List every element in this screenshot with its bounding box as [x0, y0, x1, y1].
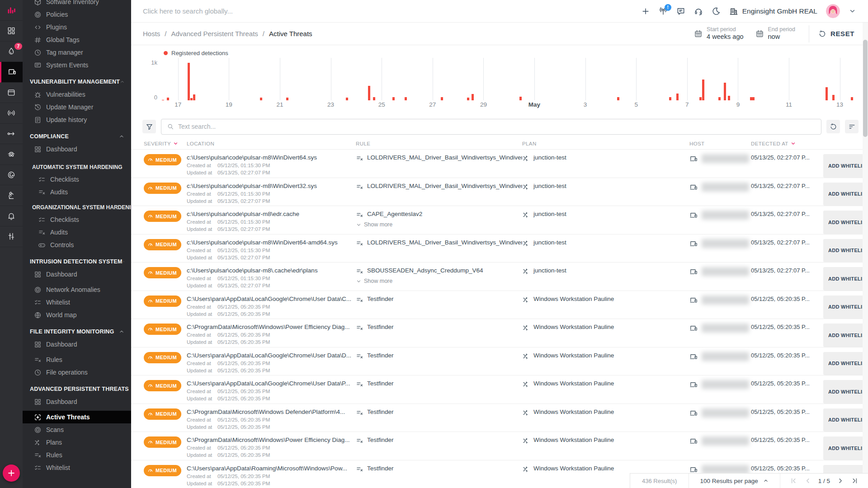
chart-bar[interactable]: [190, 98, 193, 100]
sidebar-section-intrusion-detection-system[interactable]: INTRUSION DETECTION SYSTEM: [23, 251, 131, 268]
table-row[interactable]: MEDIUMc:\Users\pulsar\code\pulsar-m8\.ca…: [131, 262, 868, 291]
chart-bar[interactable]: [752, 97, 755, 100]
pagination-prev-button[interactable]: [804, 477, 812, 485]
chart-bar[interactable]: [405, 97, 407, 100]
scrollbar-track[interactable]: [863, 23, 868, 473]
sort-button[interactable]: [845, 120, 859, 133]
sidebar-section-file-integrity-monitoring[interactable]: FILE INTEGRITY MONITORING: [23, 321, 131, 338]
scrollbar-thumb[interactable]: [863, 40, 868, 137]
sidebar-item-global-tags[interactable]: Global Tags: [23, 33, 131, 46]
chart-bar[interactable]: [373, 97, 375, 100]
chart-bar[interactable]: [724, 83, 726, 100]
chart-bar[interactable]: [167, 98, 169, 100]
chart-legend[interactable]: Registered detections: [164, 50, 228, 56]
chart-bar[interactable]: [699, 97, 702, 100]
reset-period-button[interactable]: RESET: [814, 27, 859, 41]
sidebar-item-update-history[interactable]: Update history: [23, 113, 131, 126]
sidebar-item-update-manager[interactable]: Update Manager: [23, 101, 131, 113]
live-activity-icon[interactable]: !: [659, 7, 668, 16]
add-whitelist-button[interactable]: ADD WHITELIST: [823, 296, 868, 319]
add-whitelist-button[interactable]: ADD WHITELIST: [823, 183, 868, 206]
rail-item-issues[interactable]: 7: [0, 42, 23, 62]
add-fab-button[interactable]: [3, 465, 20, 482]
chart-bar[interactable]: [162, 100, 164, 101]
sidebar-item-tag-manager[interactable]: Tag manager: [23, 46, 131, 59]
table-row[interactable]: MEDIUMC:\ProgramData\Microsoft\Windows\P…: [131, 432, 868, 460]
refresh-button[interactable]: [826, 120, 840, 133]
end-period-picker[interactable]: End periodnow: [755, 26, 795, 41]
sidebar-item-audits[interactable]: Audits: [23, 186, 131, 198]
column-header-severity[interactable]: SEVERITY: [144, 141, 187, 146]
chart-bar[interactable]: [676, 94, 679, 100]
chart-bar[interactable]: [260, 98, 262, 100]
sidebar-item-plugins[interactable]: Plugins: [23, 21, 131, 33]
table-row[interactable]: MEDIUMc:\Users\pulsar\code\pulsar-m8\Win…: [131, 178, 868, 206]
rail-item-defence[interactable]: [0, 144, 23, 165]
feedback-icon[interactable]: [676, 7, 685, 16]
table-row[interactable]: MEDIUMc:\Users\pulsar\code\pulsar-m8\Win…: [131, 149, 868, 178]
sidebar-item-dashboard[interactable]: Dashboard: [23, 143, 131, 155]
rail-item-applications[interactable]: [0, 83, 23, 103]
rail-item-logo[interactable]: [0, 0, 23, 21]
sidebar-item-system-events[interactable]: System Events: [23, 59, 131, 71]
sidebar-item-controls[interactable]: Controls: [23, 239, 131, 251]
table-row[interactable]: MEDIUMC:\ProgramData\Microsoft\Windows D…: [131, 404, 868, 432]
chart-bar[interactable]: [728, 96, 730, 100]
sidebar-item-network-anomalies[interactable]: Network Anomalies: [23, 283, 131, 296]
table-row[interactable]: MEDIUMC:\Users\para\AppData\Local\Google…: [131, 347, 868, 375]
sidebar-item-policies[interactable]: Policies: [23, 8, 131, 21]
chart-bar[interactable]: [832, 95, 835, 100]
chart-bar[interactable]: [286, 98, 288, 100]
chart-bar[interactable]: [368, 86, 370, 100]
rail-item-pentest[interactable]: [0, 124, 23, 145]
add-whitelist-button[interactable]: ADD WHITELIST: [823, 239, 868, 263]
chart-bar[interactable]: [851, 97, 853, 100]
table-row[interactable]: MEDIUMC:\ProgramData\Microsoft\Windows\P…: [131, 319, 868, 347]
sidebar-item-active-threats[interactable]: Active Threats: [23, 411, 131, 423]
chart-plot-area[interactable]: [163, 58, 863, 100]
add-whitelist-button[interactable]: ADD WHITELIST: [823, 352, 868, 375]
sidebar-item-plans[interactable]: Plans: [23, 436, 131, 449]
table-search-input[interactable]: [178, 123, 816, 130]
sidebar-item-whitelist[interactable]: Whitelist: [23, 296, 131, 309]
rail-item-network[interactable]: [0, 103, 23, 124]
sidebar-item-world-map[interactable]: World map: [23, 309, 131, 321]
sidebar-item-vulnerabilities[interactable]: Vulnerabilities: [23, 88, 131, 101]
dark-mode-moon-icon[interactable]: [712, 7, 721, 16]
chart-bar[interactable]: [617, 97, 619, 100]
chart-bar[interactable]: [193, 94, 195, 100]
table-row[interactable]: MEDIUMC:\Users\para\AppData\Local\Google…: [131, 291, 868, 319]
chart-bar[interactable]: [750, 97, 752, 100]
add-whitelist-button[interactable]: ADD WHITELIST: [823, 408, 868, 432]
global-search-input[interactable]: [143, 7, 641, 15]
rail-item-dashboard[interactable]: [0, 21, 23, 42]
chart-bar[interactable]: [188, 63, 190, 100]
sidebar-item-dashboard[interactable]: Dashboard: [23, 268, 131, 281]
chart-bar[interactable]: [472, 94, 474, 100]
chart-bar[interactable]: [467, 98, 469, 100]
sidebar-item-dashboard[interactable]: Dashboard: [23, 338, 131, 351]
table-row[interactable]: MEDIUMC:\Users\para\AppData\Local\Google…: [131, 375, 868, 404]
show-more-link[interactable]: Show more: [356, 221, 522, 228]
rail-item-analysis[interactable]: [0, 185, 23, 206]
breadcrumb-item-hosts[interactable]: Hosts: [143, 30, 160, 38]
chevron-down-icon[interactable]: [849, 7, 856, 15]
organization-switcher[interactable]: Enginsight GmbH REAL: [729, 7, 817, 16]
add-whitelist-button[interactable]: ADD WHITELIST: [823, 324, 868, 347]
rail-item-alerts[interactable]: [0, 206, 23, 227]
chart-bar[interactable]: [826, 87, 828, 100]
sidebar-item-rules[interactable]: Rules: [23, 449, 131, 461]
column-header-detected-at[interactable]: DETECTED AT: [751, 141, 823, 146]
sidebar-section-advanced-persistent-threats[interactable]: ADVANCED PERSISTENT THREATS: [23, 379, 131, 395]
sidebar-item-scans[interactable]: Scans: [23, 423, 131, 436]
sidebar-item-audits[interactable]: Audits: [23, 226, 131, 239]
chart-bar[interactable]: [346, 98, 348, 100]
sidebar-section-compliance[interactable]: COMPLIANCE: [23, 126, 131, 143]
add-whitelist-button[interactable]: ADD WHITELIST: [823, 154, 868, 178]
filter-button[interactable]: [142, 120, 156, 133]
chart-bar[interactable]: [392, 97, 395, 100]
rail-item-anomalies[interactable]: [0, 165, 23, 186]
pagination-next-button[interactable]: [836, 477, 844, 485]
sidebar-item-checklists[interactable]: Checklists: [23, 173, 131, 186]
chart-bar[interactable]: [702, 80, 704, 100]
